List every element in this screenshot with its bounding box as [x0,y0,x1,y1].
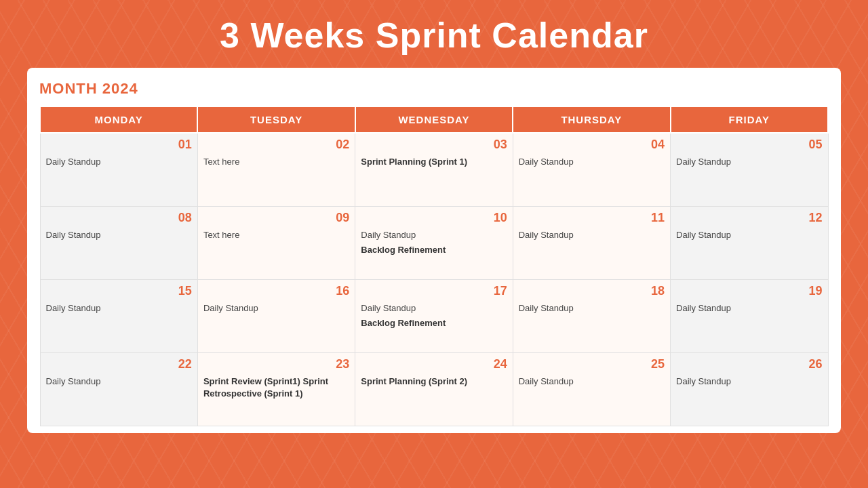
event-text: Backlog Refinement [361,244,507,256]
header-cell-wednesday: WEDNESDAY [355,106,513,133]
calendar-header: MONDAYTUESDAYWEDNESDAYTHURSDAYFRIDAY [40,106,828,133]
day-cell-19: 19Daily Standup [671,279,828,352]
day-cell-15: 15Daily Standup [40,279,197,352]
event-text: Daily Standup [519,375,665,388]
event-text: Daily Standup [46,302,192,314]
day-number-03: 03 [361,138,507,152]
day-number-25: 25 [519,357,665,371]
calendar-body: 01Daily Standup02Text here03Sprint Plann… [40,133,828,426]
day-cell-09: 09Text here [197,206,355,279]
event-text: Daily Standup [519,229,665,241]
day-number-04: 04 [519,138,665,152]
header-row: MONDAYTUESDAYWEDNESDAYTHURSDAYFRIDAY [40,106,828,133]
event-text: Daily Standup [676,156,822,168]
day-cell-26: 26Daily Standup [671,352,828,426]
day-cell-16: 16Daily Standup [197,279,355,352]
day-number-08: 08 [46,211,192,225]
event-text: Text here [203,156,349,168]
day-number-10: 10 [361,211,507,225]
day-number-22: 22 [46,357,192,371]
day-number-26: 26 [676,357,822,371]
event-text: Daily Standup [203,302,349,314]
day-number-19: 19 [676,284,822,298]
day-cell-01: 01Daily Standup [40,133,197,206]
month-label: MONTH 2024 [39,80,829,98]
day-number-16: 16 [203,284,349,298]
event-text: Daily Standup [519,302,665,314]
day-cell-10: 10Daily StandupBacklog Refinement [355,206,513,279]
week-row-3: 22Daily Standup23Sprint Review (Sprint1)… [40,352,828,426]
week-row-1: 08Daily Standup09Text here10Daily Standu… [40,206,828,279]
event-text: Daily Standup [46,229,192,241]
event-text: Daily Standup [676,302,822,314]
header-cell-monday: MONDAY [40,106,197,133]
day-number-11: 11 [519,211,665,225]
header-cell-tuesday: TUESDAY [197,106,355,133]
week-row-2: 15Daily Standup16Daily Standup17Daily St… [40,279,828,352]
event-text: Daily Standup [676,229,822,241]
event-text: Daily Standup [361,302,507,314]
event-text: Backlog Refinement [361,317,507,329]
day-number-17: 17 [361,284,507,298]
page-title: 3 Weeks Sprint Calendar [0,0,868,68]
event-text: Daily Standup [361,229,507,241]
event-text: Text here [203,229,349,241]
calendar-table: MONDAYTUESDAYWEDNESDAYTHURSDAYFRIDAY 01D… [39,106,829,426]
day-number-18: 18 [519,284,665,298]
day-cell-18: 18Daily Standup [513,279,670,352]
event-text: Sprint Planning (Sprint 1) [361,156,507,168]
day-cell-11: 11Daily Standup [513,206,670,279]
event-text: Daily Standup [676,375,822,388]
day-cell-22: 22Daily Standup [40,352,197,426]
day-cell-05: 05Daily Standup [671,133,828,206]
event-text: Sprint Planning (Sprint 2) [361,375,507,388]
header-cell-friday: FRIDAY [671,106,828,133]
week-row-0: 01Daily Standup02Text here03Sprint Plann… [40,133,828,206]
day-number-12: 12 [676,211,822,225]
day-cell-23: 23Sprint Review (Sprint1) Sprint Retrosp… [197,352,355,426]
day-number-05: 05 [676,138,822,152]
day-cell-25: 25Daily Standup [513,352,670,426]
day-number-01: 01 [46,138,192,152]
day-number-23: 23 [203,357,349,371]
day-number-09: 09 [203,211,349,225]
day-number-02: 02 [203,138,349,152]
day-cell-02: 02Text here [197,133,355,206]
day-cell-17: 17Daily StandupBacklog Refinement [355,279,513,352]
event-text: Daily Standup [519,156,665,168]
day-cell-03: 03Sprint Planning (Sprint 1) [355,133,513,206]
day-cell-12: 12Daily Standup [671,206,828,279]
event-text: Daily Standup [46,156,192,168]
header-cell-thursday: THURSDAY [513,106,670,133]
day-number-24: 24 [361,357,507,371]
calendar-container: MONTH 2024 MONDAYTUESDAYWEDNESDAYTHURSDA… [27,68,841,433]
day-cell-24: 24Sprint Planning (Sprint 2) [355,352,513,426]
day-cell-08: 08Daily Standup [40,206,197,279]
day-cell-04: 04Daily Standup [513,133,670,206]
event-text: Sprint Review (Sprint1) Sprint Retrospec… [203,375,349,400]
event-text: Daily Standup [46,375,192,388]
day-number-15: 15 [46,284,192,298]
